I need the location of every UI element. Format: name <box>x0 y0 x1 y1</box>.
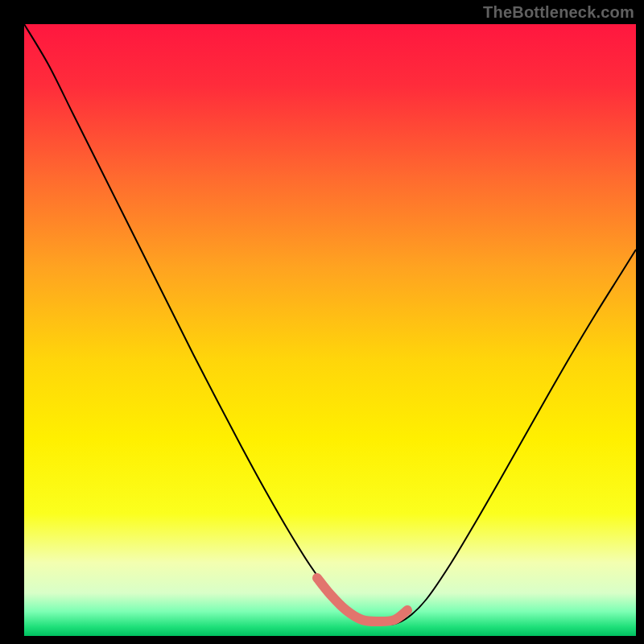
bottleneck-chart <box>0 0 644 644</box>
plot-background <box>24 24 636 636</box>
watermark-text: TheBottleneck.com <box>483 3 634 22</box>
chart-frame: TheBottleneck.com <box>0 0 644 644</box>
